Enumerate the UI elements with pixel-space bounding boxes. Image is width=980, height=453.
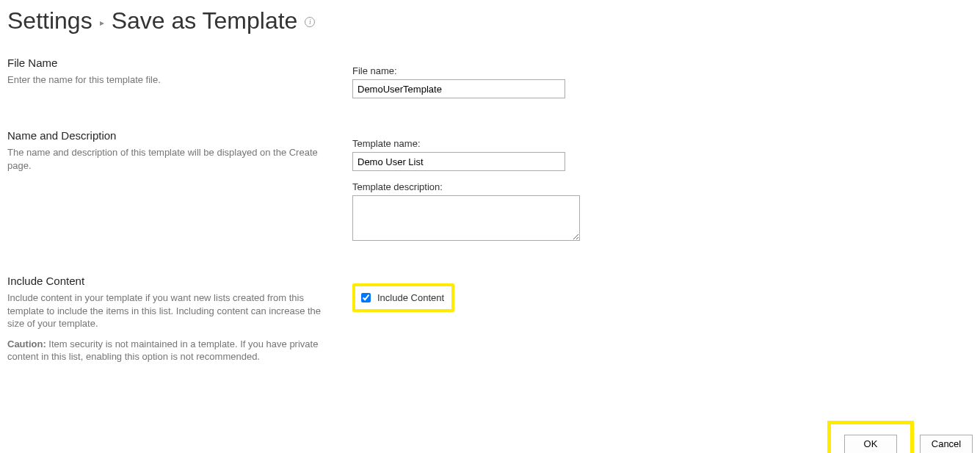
include-content-desc: Include content in your template if you … — [7, 291, 323, 330]
page-title: Save as Template — [112, 7, 298, 35]
include-content-checkbox[interactable] — [361, 293, 371, 302]
name-desc-heading: Name and Description — [7, 129, 323, 142]
include-content-caution: Caution: Item security is not maintained… — [7, 338, 323, 363]
section-include-content: Include Content Include content in your … — [7, 275, 973, 371]
include-content-heading: Include Content — [7, 275, 323, 287]
template-description-label: Template description: — [352, 181, 580, 192]
include-content-checkbox-label: Include Content — [377, 292, 444, 303]
name-desc-desc: The name and description of this templat… — [7, 146, 323, 172]
ok-button[interactable]: OK — [844, 435, 897, 453]
template-name-input[interactable] — [352, 152, 565, 171]
template-description-input[interactable] — [352, 195, 580, 241]
breadcrumb: Settings ▸ Save as Template i — [7, 0, 973, 57]
ok-highlight: OK — [827, 421, 914, 453]
breadcrumb-separator-icon: ▸ — [100, 18, 104, 28]
button-row: OK Cancel — [7, 391, 973, 453]
file-name-heading: File Name — [7, 57, 323, 69]
file-name-input[interactable] — [352, 79, 565, 98]
section-name-description: Name and Description The name and descri… — [7, 129, 973, 254]
breadcrumb-settings-link[interactable]: Settings — [7, 7, 92, 35]
template-name-label: Template name: — [352, 138, 580, 149]
file-name-desc: Enter the name for this template file. — [7, 73, 323, 87]
caution-label: Caution: — [7, 338, 46, 349]
caution-text: Item security is not maintained in a tem… — [7, 338, 318, 363]
include-content-highlight: Include Content — [352, 283, 454, 312]
section-file-name: File Name Enter the name for this templa… — [7, 57, 973, 109]
cancel-button[interactable]: Cancel — [920, 435, 973, 453]
file-name-label: File name: — [352, 65, 565, 76]
info-icon[interactable]: i — [305, 17, 315, 27]
